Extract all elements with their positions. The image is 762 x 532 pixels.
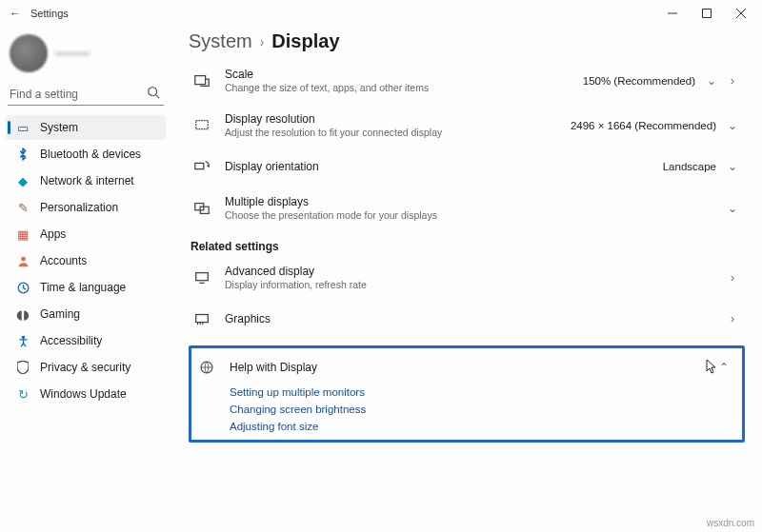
- network-icon: ◆: [15, 173, 30, 188]
- sidebar-item-network[interactable]: ◆ Network & internet: [6, 168, 166, 193]
- chevron-down-icon: ⌄: [726, 119, 739, 132]
- sidebar-item-privacy[interactable]: Privacy & security: [6, 355, 166, 380]
- avatar: [10, 34, 48, 72]
- row-title: Display resolution: [225, 112, 571, 126]
- accessibility-icon: [15, 333, 30, 348]
- profile[interactable]: ———: [6, 30, 166, 82]
- chevron-down-icon: ⌄: [705, 74, 718, 88]
- minimize-button[interactable]: [655, 0, 690, 27]
- row-subtitle: Display information, refresh rate: [225, 279, 726, 290]
- sidebar-item-accounts[interactable]: Accounts: [6, 248, 166, 273]
- shield-icon: [15, 360, 30, 375]
- row-scale[interactable]: Scale Change the size of text, apps, and…: [189, 58, 745, 103]
- sidebar-item-label: Network & internet: [40, 174, 134, 187]
- gaming-icon: ◖◗: [15, 306, 30, 322]
- row-advanced-display[interactable]: Advanced display Display information, re…: [189, 255, 745, 300]
- help-link-multiple-monitors[interactable]: Setting up multiple monitors: [230, 386, 736, 398]
- row-multiple-displays[interactable]: Multiple displays Choose the presentatio…: [189, 186, 745, 230]
- breadcrumb: System › Display: [189, 30, 745, 52]
- sidebar-item-bluetooth[interactable]: Bluetooth & devices: [6, 142, 166, 167]
- scale-icon: [192, 71, 211, 90]
- help-highlight-box: Help with Display ⌃ Setting up multiple …: [189, 345, 745, 443]
- svg-point-2: [21, 256, 26, 261]
- apps-icon: ▦: [15, 227, 30, 242]
- sidebar-item-label: Privacy & security: [40, 361, 130, 374]
- svg-rect-10: [196, 272, 209, 280]
- orientation-icon: [192, 157, 211, 176]
- chevron-right-icon: ›: [260, 34, 265, 49]
- profile-name: ———: [55, 47, 90, 60]
- monitor-icon: [192, 268, 211, 287]
- sidebar-item-update[interactable]: ↻ Windows Update: [6, 382, 166, 406]
- row-title: Graphics: [225, 312, 726, 325]
- person-icon: [15, 253, 30, 268]
- row-subtitle: Choose the presentation mode for your di…: [225, 209, 726, 221]
- row-title: Display orientation: [225, 160, 663, 173]
- chevron-right-icon: ›: [726, 271, 739, 285]
- svg-rect-6: [196, 120, 209, 128]
- sidebar-item-label: Accessibility: [40, 334, 102, 347]
- svg-rect-7: [195, 163, 204, 168]
- close-button[interactable]: [724, 0, 758, 27]
- breadcrumb-parent[interactable]: System: [189, 30, 252, 52]
- sidebar-item-accessibility[interactable]: Accessibility: [6, 328, 166, 353]
- sidebar-item-label: Apps: [40, 227, 66, 241]
- section-related: Related settings: [190, 240, 745, 253]
- sidebar-item-label: Windows Update: [40, 387, 127, 401]
- row-title: Multiple displays: [225, 195, 726, 208]
- titlebar: ← Settings: [0, 0, 762, 27]
- cursor-icon: [706, 359, 717, 377]
- resolution-icon: [192, 116, 211, 135]
- bluetooth-icon: [15, 147, 30, 162]
- update-icon: ↻: [15, 386, 30, 402]
- sidebar: ——— ▭ System Bluetooth & devices ◆ Netwo…: [0, 27, 171, 532]
- row-title: Scale: [225, 68, 583, 81]
- sidebar-item-system[interactable]: ▭ System: [6, 115, 166, 140]
- svg-rect-5: [195, 75, 206, 84]
- main-content: System › Display Scale Change the size o…: [171, 27, 762, 532]
- orientation-value[interactable]: Landscape: [663, 161, 716, 172]
- search-input[interactable]: [8, 84, 164, 106]
- row-orientation[interactable]: Display orientation Landscape ⌄: [189, 148, 745, 186]
- help-link-brightness[interactable]: Changing screen brightness: [230, 404, 736, 415]
- sidebar-item-personalization[interactable]: ✎ Personalization: [6, 195, 166, 220]
- resolution-value[interactable]: 2496 × 1664 (Recommended): [571, 120, 716, 131]
- row-title: Help with Display: [230, 361, 692, 374]
- globe-icon: [197, 358, 216, 377]
- sidebar-item-gaming[interactable]: ◖◗ Gaming: [6, 302, 166, 326]
- chevron-up-icon: ⌃: [717, 361, 731, 374]
- row-subtitle: Change the size of text, apps, and other…: [225, 82, 583, 93]
- help-link-font-size[interactable]: Adjusting font size: [230, 421, 736, 432]
- sidebar-item-label: Accounts: [40, 254, 87, 267]
- sidebar-item-label: Time & language: [40, 281, 126, 294]
- page-title: Display: [271, 30, 339, 52]
- maximize-button[interactable]: [690, 0, 724, 27]
- chevron-down-icon: ⌄: [726, 202, 739, 215]
- clock-icon: [15, 280, 30, 295]
- chevron-right-icon: ›: [726, 74, 739, 88]
- row-subtitle: Adjust the resolution to fit your connec…: [225, 127, 571, 138]
- chevron-down-icon: ⌄: [726, 160, 739, 173]
- svg-rect-11: [196, 315, 209, 323]
- row-title: Advanced display: [225, 265, 726, 278]
- sidebar-item-time[interactable]: Time & language: [6, 275, 166, 300]
- sidebar-item-label: System: [40, 121, 78, 134]
- chevron-right-icon: ›: [726, 312, 739, 325]
- row-resolution[interactable]: Display resolution Adjust the resolution…: [189, 103, 745, 148]
- svg-point-4: [21, 335, 24, 338]
- row-graphics[interactable]: Graphics ›: [189, 300, 745, 338]
- brush-icon: ✎: [15, 200, 30, 215]
- system-icon: ▭: [15, 120, 30, 135]
- back-button[interactable]: ←: [4, 7, 27, 20]
- sidebar-item-apps[interactable]: ▦ Apps: [6, 222, 166, 246]
- graphics-icon: [192, 309, 211, 328]
- sidebar-item-label: Bluetooth & devices: [40, 148, 141, 161]
- watermark: wsxdn.com: [707, 518, 754, 528]
- window-title: Settings: [30, 8, 69, 19]
- multiple-displays-icon: [192, 199, 211, 218]
- sidebar-item-label: Gaming: [40, 307, 80, 321]
- svg-rect-0: [703, 10, 712, 18]
- scale-value[interactable]: 150% (Recommended): [583, 75, 695, 87]
- row-help[interactable]: Help with Display ⌃: [193, 350, 736, 381]
- sidebar-item-label: Personalization: [40, 201, 118, 214]
